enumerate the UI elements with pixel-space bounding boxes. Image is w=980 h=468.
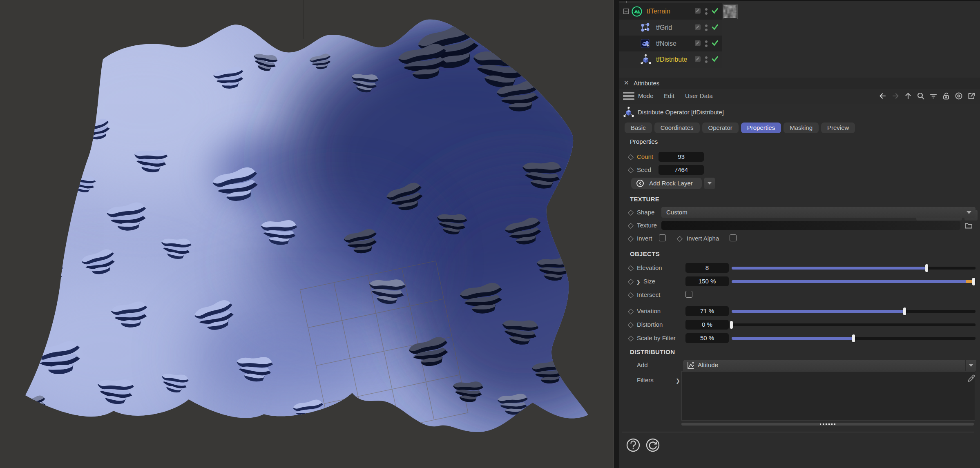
eyedropper-icon[interactable] [967,374,976,383]
invert-alpha-checkbox[interactable] [730,234,737,241]
visibility-dots-icon[interactable] [705,25,708,31]
variation-input[interactable]: 71 % [685,306,729,316]
panel-divider[interactable] [614,0,619,468]
object-row-tfterrain[interactable]: tfTerrain [619,3,980,20]
shape-row: Shape Custom [619,207,980,218]
invert-checkbox[interactable] [659,234,666,241]
tab-masking[interactable]: Masking [784,123,819,133]
scale-by-filter-input[interactable]: 50 % [685,333,729,343]
shape-dropdown[interactable]: Custom [661,207,976,218]
key-diamond-icon[interactable] [677,236,683,242]
new-window-icon[interactable] [967,91,976,100]
target-icon[interactable] [954,91,963,100]
menu-edit[interactable]: Edit [664,92,674,99]
visibility-dots-icon[interactable] [705,56,708,63]
elevation-input[interactable]: 8 [685,263,729,273]
object-label[interactable]: tfTerrain [647,8,670,15]
object-row-tfdistribute[interactable]: tfDistribute [619,51,980,68]
enabled-check-icon[interactable] [711,40,719,47]
key-diamond-icon[interactable] [628,309,634,314]
hamburger-menu-icon[interactable] [623,92,634,100]
expander-chevron-icon[interactable]: ❯ [676,378,680,384]
visibility-dots-icon[interactable] [705,40,708,47]
tab-coordinates[interactable]: Coordinates [654,123,700,133]
enabled-check-icon[interactable] [711,24,719,31]
intersect-checkbox[interactable] [685,291,692,298]
key-diamond-icon[interactable] [628,167,634,173]
invert-label: Invert [637,235,652,242]
slider-handle[interactable] [903,308,906,315]
count-input[interactable]: 93 [659,152,704,162]
slider-handle[interactable] [852,334,855,342]
lock-open-icon[interactable] [942,91,951,100]
variation-slider[interactable] [732,306,976,316]
tab-preview[interactable]: Preview [821,123,855,133]
seed-row: Seed 7464 [619,165,980,175]
tab-properties[interactable]: Properties [741,123,781,133]
key-diamond-icon[interactable] [628,210,634,216]
expander-chevron-icon[interactable]: ❯ [636,279,641,285]
attributes-title: Attributes [634,80,659,87]
slider-handle[interactable] [925,264,928,272]
search-icon[interactable] [916,91,925,100]
key-diamond-icon[interactable] [628,154,634,160]
refresh-button[interactable] [645,437,661,453]
panel-splitter-handle[interactable] [681,423,974,426]
viewport-3d[interactable] [0,0,614,468]
chevron-down-icon [708,182,712,185]
up-arrow-icon[interactable] [904,91,913,100]
noise-texture-thumbnail[interactable] [723,4,738,19]
count-label: Count [637,153,653,160]
right-panel: tfTerrain [619,0,980,468]
enabled-check-icon[interactable] [711,56,719,64]
visibility-dots-icon[interactable] [705,8,708,15]
slider-handle[interactable] [730,321,733,329]
filters-list[interactable] [681,371,975,421]
distortion-slider[interactable] [732,319,976,330]
size-input[interactable]: 150 % [685,276,729,286]
enabled-check-icon[interactable] [711,8,719,16]
add-rock-layer-caret[interactable] [704,178,715,189]
shape-label: Shape [637,209,654,216]
menu-mode[interactable]: Mode [638,92,654,99]
back-arrow-icon[interactable] [878,91,887,100]
scale-by-filter-slider[interactable] [732,333,976,343]
elevation-slider[interactable] [732,263,976,273]
edit-toggle-icon[interactable] [694,56,701,64]
texture-input[interactable] [661,221,960,230]
altitude-icon [687,361,695,370]
key-diamond-icon[interactable] [628,336,634,341]
key-diamond-icon[interactable] [628,292,634,298]
key-diamond-icon[interactable] [628,265,634,271]
tab-operator[interactable]: Operator [702,123,739,133]
add-distribution-caret[interactable] [966,360,976,371]
seed-input[interactable]: 7464 [659,165,704,175]
key-diamond-icon[interactable] [628,236,634,242]
expand-collapse-toggle[interactable] [623,9,629,14]
key-diamond-icon[interactable] [628,279,634,285]
distortion-input[interactable]: 0 % [685,320,729,330]
add-rock-layer-button[interactable]: Add Rock Layer [631,178,702,189]
slider-fill [732,310,905,313]
edit-toggle-icon[interactable] [694,40,701,47]
menu-user-data[interactable]: User Data [685,92,713,99]
help-button[interactable] [625,437,641,453]
edit-toggle-icon[interactable] [694,8,701,16]
object-row-tfnoise[interactable]: tfNoise [619,36,980,51]
add-distribution-dropdown[interactable]: Altitude [683,360,965,371]
edit-toggle-icon[interactable] [694,24,701,31]
object-label[interactable]: tfNoise [656,40,676,47]
key-diamond-icon[interactable] [628,223,634,229]
size-slider[interactable] [732,276,976,287]
object-label[interactable]: tfDistribute [656,56,687,63]
close-icon[interactable]: ✕ [624,79,629,87]
object-label[interactable]: tfGrid [656,24,672,31]
filter-icon[interactable] [929,91,938,100]
tab-basic[interactable]: Basic [625,123,652,133]
slider-handle[interactable] [972,278,975,285]
forward-arrow-icon[interactable] [891,91,900,100]
object-row-tfgrid[interactable]: tfGrid [619,20,980,36]
distribution-add-row: Add Altitude [619,360,980,371]
folder-icon[interactable] [964,221,973,230]
key-diamond-icon[interactable] [628,322,634,328]
